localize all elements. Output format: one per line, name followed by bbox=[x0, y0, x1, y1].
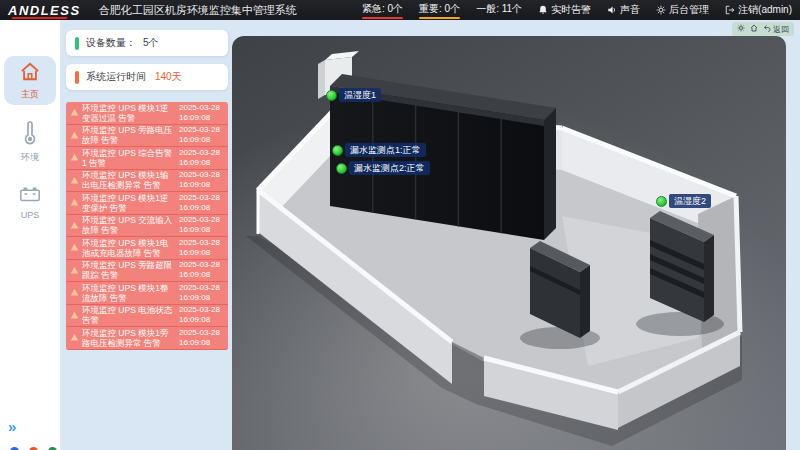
app-title: 合肥化工园区机房环境监控集中管理系统 bbox=[99, 3, 297, 18]
scene-back-label: 返回 bbox=[773, 24, 789, 35]
scene-back-button[interactable]: 返回 bbox=[763, 24, 789, 35]
sidebar-item-home[interactable]: 主页 bbox=[4, 56, 56, 105]
warning-icon bbox=[70, 153, 79, 162]
app-window: ANDLESS 合肥化工园区机房环境监控集中管理系统 紧急: 0个 重要: 0个… bbox=[0, 0, 800, 450]
sensor-tag-temp-humidity-1[interactable]: 温湿度1 bbox=[326, 88, 381, 102]
warning-icon bbox=[70, 176, 79, 185]
bell-icon bbox=[538, 5, 548, 15]
important-underline bbox=[419, 17, 460, 19]
alarm-row[interactable]: 环境监控 UPS 模块1输出电压检测异常 告警 2025-03-2816:09:… bbox=[66, 170, 228, 193]
warning-icon bbox=[70, 266, 79, 275]
alarm-message: 环境监控 UPS 电池状态 告警 bbox=[82, 305, 176, 325]
alarm-row[interactable]: 环境监控 UPS 模块1整流故障 告警 2025-03-2816:09:08 bbox=[66, 282, 228, 305]
sensor-tag-label: 温湿度1 bbox=[339, 88, 381, 102]
alarm-timestamp: 2025-03-2816:09:08 bbox=[179, 170, 225, 190]
stat-important-label: 重要: bbox=[419, 3, 442, 14]
alarm-row[interactable]: 环境监控 UPS 模块1逆变器过温 告警 2025-03-2816:09:08 bbox=[66, 102, 228, 125]
alarm-timestamp: 2025-03-2816:09:08 bbox=[179, 328, 225, 348]
alarm-message: 环境监控 UPS 综合告警1 告警 bbox=[82, 148, 176, 168]
sidebar-expand-chevron[interactable]: » bbox=[8, 418, 14, 435]
status-dot-green bbox=[336, 163, 347, 174]
left-nav-sidebar: 主页 环境 UPS » bbox=[0, 20, 60, 450]
status-dot-green bbox=[326, 90, 337, 101]
logout-icon bbox=[725, 5, 735, 15]
gear-icon bbox=[737, 24, 745, 34]
warning-icon bbox=[70, 221, 79, 230]
orange-tick-bar bbox=[75, 71, 79, 84]
sidebar-item-label: UPS bbox=[4, 210, 56, 220]
alarm-timestamp: 2025-03-2816:09:08 bbox=[179, 260, 225, 280]
alarm-row[interactable]: 环境监控 UPS 旁路电压故障 告警 2025-03-2816:09:08 bbox=[66, 125, 228, 148]
sidebar-item-ups[interactable]: UPS bbox=[4, 178, 56, 224]
machine-room-3d-view[interactable]: 温湿度1 漏水监测点1:正常 漏水监测点2:正常 温湿度2 bbox=[232, 36, 786, 450]
alarm-timestamp: 2025-03-2816:09:08 bbox=[179, 238, 225, 258]
sensor-tag-leak-point-2[interactable]: 漏水监测点2:正常 bbox=[336, 161, 430, 175]
machine-room-3d-canvas bbox=[232, 36, 786, 450]
alarm-row[interactable]: 环境监控 UPS 综合告警1 告警 2025-03-2816:09:08 bbox=[66, 147, 228, 170]
sensor-tag-label: 温湿度2 bbox=[669, 194, 711, 208]
alarm-message: 环境监控 UPS 模块1输出电压检测异常 告警 bbox=[82, 170, 176, 190]
gear-icon bbox=[656, 5, 666, 15]
sensor-tag-temp-humidity-2[interactable]: 温湿度2 bbox=[656, 194, 711, 208]
alarm-row[interactable]: 环境监控 UPS 交流输入故障 告警 2025-03-2816:09:08 bbox=[66, 215, 228, 238]
realtime-alarm-button[interactable]: 实时告警 bbox=[538, 3, 591, 17]
sensor-tag-leak-point-1[interactable]: 漏水监测点1:正常 bbox=[332, 143, 426, 157]
alarm-timestamp: 2025-03-2816:09:08 bbox=[179, 193, 225, 213]
thermometer-icon bbox=[19, 131, 41, 148]
alarm-message: 环境监控 UPS 模块1整流故障 告警 bbox=[82, 283, 176, 303]
alarm-message: 环境监控 UPS 旁路电压故障 告警 bbox=[82, 125, 176, 145]
green-tick-bar bbox=[75, 37, 79, 50]
sound-button[interactable]: 声音 bbox=[607, 3, 640, 17]
logout-button[interactable]: 注销(admin) bbox=[725, 3, 792, 17]
alarm-row[interactable]: 环境监控 UPS 模块1逆变保护 告警 2025-03-2816:09:08 bbox=[66, 192, 228, 215]
scene-settings-button[interactable] bbox=[737, 24, 745, 34]
scene-toolbar: 返回 bbox=[732, 22, 794, 36]
warning-icon bbox=[70, 243, 79, 252]
sidebar-item-label: 环境 bbox=[4, 151, 56, 164]
alarm-timestamp: 2025-03-2816:09:08 bbox=[179, 103, 225, 123]
sidebar-item-label: 主页 bbox=[4, 88, 56, 101]
device-count-card: 设备数量： 5个 bbox=[66, 30, 228, 56]
speaker-icon bbox=[607, 5, 617, 15]
alarm-message: 环境监控 UPS 交流输入故障 告警 bbox=[82, 215, 176, 235]
admin-settings-button[interactable]: 后台管理 bbox=[656, 3, 709, 17]
scene-home-button[interactable] bbox=[750, 24, 758, 34]
warning-icon bbox=[70, 333, 79, 342]
alarm-timestamp: 2025-03-2816:09:08 bbox=[179, 215, 225, 235]
status-dot-green bbox=[332, 145, 343, 156]
alarm-message: 环境监控 UPS 模块1电池或充电器故障 告警 bbox=[82, 238, 176, 258]
home-icon bbox=[750, 24, 758, 34]
status-dot-green bbox=[656, 196, 667, 207]
alarm-message: 环境监控 UPS 模块1逆变保护 告警 bbox=[82, 193, 176, 213]
alarm-row[interactable]: 环境监控 UPS 模块1旁路电压检测异常 告警 2025-03-2816:09:… bbox=[66, 327, 228, 350]
top-header: ANDLESS 合肥化工园区机房环境监控集中管理系统 紧急: 0个 重要: 0个… bbox=[0, 0, 800, 20]
uptime-card: 系统运行时间 140天 bbox=[66, 64, 228, 90]
stat-important-value: 0个 bbox=[445, 3, 461, 14]
alarm-message: 环境监控 UPS 旁路超限跟踪 告警 bbox=[82, 260, 176, 280]
alarm-row[interactable]: 环境监控 UPS 模块1电池或充电器故障 告警 2025-03-2816:09:… bbox=[66, 237, 228, 260]
uptime-label: 系统运行时间 bbox=[86, 70, 146, 84]
stat-important: 重要: 0个 bbox=[419, 2, 460, 19]
stat-general-value: 11个 bbox=[502, 3, 522, 14]
battery-icon bbox=[18, 190, 42, 207]
sensor-tag-label: 漏水监测点2:正常 bbox=[349, 161, 430, 175]
warning-icon bbox=[70, 108, 79, 117]
alarm-timestamp: 2025-03-2816:09:08 bbox=[179, 283, 225, 303]
device-count-label: 设备数量： bbox=[86, 36, 136, 50]
alarm-message: 环境监控 UPS 模块1旁路电压检测异常 告警 bbox=[82, 328, 176, 348]
back-arrow-icon bbox=[763, 24, 771, 34]
stat-urgent-value: 0个 bbox=[387, 3, 403, 14]
alarm-timestamp: 2025-03-2816:09:08 bbox=[179, 148, 225, 168]
uptime-value: 140天 bbox=[155, 70, 182, 84]
urgent-underline bbox=[362, 17, 403, 19]
brand-logo: ANDLESS bbox=[8, 3, 87, 18]
sidebar-item-environment[interactable]: 环境 bbox=[4, 115, 56, 168]
alarm-timestamp: 2025-03-2816:09:08 bbox=[179, 305, 225, 325]
alarm-row[interactable]: 环境监控 UPS 旁路超限跟踪 告警 2025-03-2816:09:08 bbox=[66, 260, 228, 283]
alarm-message: 环境监控 UPS 模块1逆变器过温 告警 bbox=[82, 103, 176, 123]
alarm-row[interactable]: 环境监控 UPS 电池状态 告警 2025-03-2816:09:08 bbox=[66, 305, 228, 328]
stat-general-label: 一般: bbox=[476, 3, 499, 14]
warning-icon bbox=[70, 311, 79, 320]
stat-urgent: 紧急: 0个 bbox=[362, 2, 403, 19]
device-count-value: 5个 bbox=[143, 36, 159, 50]
